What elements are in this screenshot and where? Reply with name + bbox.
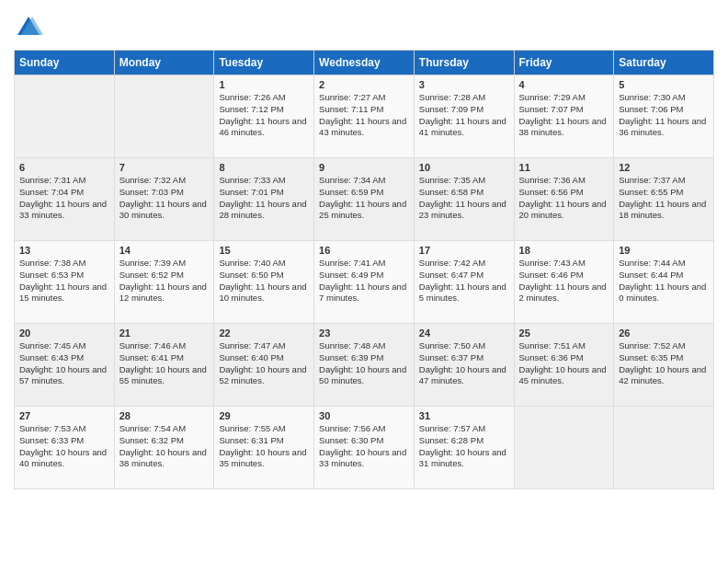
header-day-wednesday: Wednesday bbox=[314, 51, 415, 75]
day-number: 22 bbox=[219, 327, 309, 339]
calendar-cell: 29Sunrise: 7:55 AMSunset: 6:31 PMDayligh… bbox=[214, 407, 314, 489]
cell-info: Sunrise: 7:51 AMSunset: 6:36 PMDaylight:… bbox=[519, 340, 607, 385]
header-day-thursday: Thursday bbox=[414, 51, 514, 75]
calendar-cell: 22Sunrise: 7:47 AMSunset: 6:40 PMDayligh… bbox=[214, 324, 314, 407]
calendar-cell: 13Sunrise: 7:38 AMSunset: 6:53 PMDayligh… bbox=[15, 241, 115, 324]
calendar-cell: 12Sunrise: 7:37 AMSunset: 6:55 PMDayligh… bbox=[614, 158, 714, 241]
calendar-cell: 31Sunrise: 7:57 AMSunset: 6:28 PMDayligh… bbox=[414, 407, 514, 489]
cell-info: Sunrise: 7:52 AMSunset: 6:35 PMDaylight:… bbox=[619, 340, 706, 385]
day-number: 13 bbox=[19, 245, 109, 256]
day-number: 10 bbox=[419, 162, 509, 173]
header-day-monday: Monday bbox=[114, 51, 214, 75]
day-number: 30 bbox=[319, 410, 409, 421]
calendar-cell: 24Sunrise: 7:50 AMSunset: 6:37 PMDayligh… bbox=[414, 324, 514, 407]
day-number: 29 bbox=[219, 410, 309, 421]
cell-info: Sunrise: 7:48 AMSunset: 6:39 PMDaylight:… bbox=[319, 340, 406, 385]
cell-info: Sunrise: 7:45 AMSunset: 6:43 PMDaylight:… bbox=[19, 340, 107, 385]
calendar-cell: 11Sunrise: 7:36 AMSunset: 6:56 PMDayligh… bbox=[514, 158, 614, 241]
day-number: 24 bbox=[419, 327, 509, 339]
calendar-cell: 15Sunrise: 7:40 AMSunset: 6:50 PMDayligh… bbox=[214, 241, 314, 324]
cell-info: Sunrise: 7:47 AMSunset: 6:40 PMDaylight:… bbox=[219, 340, 306, 385]
day-number: 25 bbox=[519, 327, 609, 339]
day-number: 1 bbox=[219, 79, 309, 90]
calendar-cell: 10Sunrise: 7:35 AMSunset: 6:58 PMDayligh… bbox=[414, 158, 514, 241]
week-row-1: 6Sunrise: 7:31 AMSunset: 7:04 PMDaylight… bbox=[15, 158, 714, 241]
calendar-cell: 3Sunrise: 7:28 AMSunset: 7:09 PMDaylight… bbox=[414, 75, 514, 158]
cell-info: Sunrise: 7:54 AMSunset: 6:32 PMDaylight:… bbox=[119, 423, 207, 468]
day-number: 16 bbox=[319, 245, 409, 256]
week-row-4: 27Sunrise: 7:53 AMSunset: 6:33 PMDayligh… bbox=[15, 407, 714, 489]
cell-info: Sunrise: 7:32 AMSunset: 7:03 PMDaylight:… bbox=[119, 175, 207, 220]
calendar-cell: 26Sunrise: 7:52 AMSunset: 6:35 PMDayligh… bbox=[614, 324, 714, 407]
week-row-0: 1Sunrise: 7:26 AMSunset: 7:12 PMDaylight… bbox=[15, 75, 714, 158]
calendar-cell: 5Sunrise: 7:30 AMSunset: 7:06 PMDaylight… bbox=[614, 75, 714, 158]
calendar-cell: 1Sunrise: 7:26 AMSunset: 7:12 PMDaylight… bbox=[214, 75, 314, 158]
header-day-tuesday: Tuesday bbox=[214, 51, 314, 75]
day-number: 2 bbox=[319, 79, 409, 90]
calendar-cell bbox=[114, 75, 214, 158]
calendar-cell: 14Sunrise: 7:39 AMSunset: 6:52 PMDayligh… bbox=[114, 241, 214, 324]
cell-info: Sunrise: 7:26 AMSunset: 7:12 PMDaylight:… bbox=[219, 92, 306, 137]
header bbox=[14, 9, 714, 42]
cell-info: Sunrise: 7:38 AMSunset: 6:53 PMDaylight:… bbox=[19, 258, 107, 303]
cell-info: Sunrise: 7:46 AMSunset: 6:41 PMDaylight:… bbox=[119, 340, 207, 385]
cell-info: Sunrise: 7:41 AMSunset: 6:49 PMDaylight:… bbox=[319, 258, 406, 303]
cell-info: Sunrise: 7:39 AMSunset: 6:52 PMDaylight:… bbox=[119, 258, 207, 303]
calendar-cell: 8Sunrise: 7:33 AMSunset: 7:01 PMDaylight… bbox=[214, 158, 314, 241]
day-number: 18 bbox=[519, 245, 609, 256]
calendar-page: SundayMondayTuesdayWednesdayThursdayFrid… bbox=[0, 0, 728, 563]
cell-info: Sunrise: 7:31 AMSunset: 7:04 PMDaylight:… bbox=[19, 175, 107, 220]
day-number: 15 bbox=[219, 245, 309, 256]
cell-info: Sunrise: 7:29 AMSunset: 7:07 PMDaylight:… bbox=[519, 92, 607, 137]
day-number: 19 bbox=[619, 245, 709, 256]
calendar-cell: 25Sunrise: 7:51 AMSunset: 6:36 PMDayligh… bbox=[514, 324, 614, 407]
calendar-table: SundayMondayTuesdayWednesdayThursdayFrid… bbox=[14, 50, 714, 489]
calendar-cell: 4Sunrise: 7:29 AMSunset: 7:07 PMDaylight… bbox=[514, 75, 614, 158]
week-row-2: 13Sunrise: 7:38 AMSunset: 6:53 PMDayligh… bbox=[15, 241, 714, 324]
day-number: 28 bbox=[119, 410, 210, 421]
day-number: 7 bbox=[119, 162, 210, 173]
day-number: 3 bbox=[419, 79, 509, 90]
calendar-cell bbox=[614, 407, 714, 489]
day-number: 6 bbox=[19, 162, 109, 173]
day-number: 23 bbox=[319, 327, 409, 339]
cell-info: Sunrise: 7:56 AMSunset: 6:30 PMDaylight:… bbox=[319, 423, 406, 468]
calendar-cell: 6Sunrise: 7:31 AMSunset: 7:04 PMDaylight… bbox=[15, 158, 115, 241]
day-number: 31 bbox=[419, 410, 509, 421]
cell-info: Sunrise: 7:55 AMSunset: 6:31 PMDaylight:… bbox=[219, 423, 306, 468]
cell-info: Sunrise: 7:28 AMSunset: 7:09 PMDaylight:… bbox=[419, 92, 506, 137]
calendar-cell bbox=[15, 75, 115, 158]
day-number: 21 bbox=[119, 327, 210, 339]
day-number: 17 bbox=[419, 245, 509, 256]
calendar-cell: 18Sunrise: 7:43 AMSunset: 6:46 PMDayligh… bbox=[514, 241, 614, 324]
logo bbox=[14, 13, 47, 42]
day-number: 4 bbox=[519, 79, 609, 90]
header-day-friday: Friday bbox=[514, 51, 614, 75]
cell-info: Sunrise: 7:33 AMSunset: 7:01 PMDaylight:… bbox=[219, 175, 306, 220]
calendar-cell bbox=[514, 407, 614, 489]
cell-info: Sunrise: 7:37 AMSunset: 6:55 PMDaylight:… bbox=[619, 175, 706, 220]
day-number: 8 bbox=[219, 162, 309, 173]
day-number: 11 bbox=[519, 162, 609, 173]
logo-icon bbox=[14, 13, 43, 42]
header-day-saturday: Saturday bbox=[614, 51, 714, 75]
week-row-3: 20Sunrise: 7:45 AMSunset: 6:43 PMDayligh… bbox=[15, 324, 714, 407]
calendar-cell: 16Sunrise: 7:41 AMSunset: 6:49 PMDayligh… bbox=[314, 241, 415, 324]
cell-info: Sunrise: 7:27 AMSunset: 7:11 PMDaylight:… bbox=[319, 92, 406, 137]
calendar-header: SundayMondayTuesdayWednesdayThursdayFrid… bbox=[15, 51, 714, 75]
calendar-body: 1Sunrise: 7:26 AMSunset: 7:12 PMDaylight… bbox=[15, 75, 714, 489]
calendar-cell: 2Sunrise: 7:27 AMSunset: 7:11 PMDaylight… bbox=[314, 75, 415, 158]
calendar-cell: 7Sunrise: 7:32 AMSunset: 7:03 PMDaylight… bbox=[114, 158, 214, 241]
cell-info: Sunrise: 7:43 AMSunset: 6:46 PMDaylight:… bbox=[519, 258, 607, 303]
calendar-cell: 27Sunrise: 7:53 AMSunset: 6:33 PMDayligh… bbox=[15, 407, 115, 489]
cell-info: Sunrise: 7:30 AMSunset: 7:06 PMDaylight:… bbox=[619, 92, 706, 137]
day-number: 20 bbox=[19, 327, 109, 339]
calendar-cell: 19Sunrise: 7:44 AMSunset: 6:44 PMDayligh… bbox=[614, 241, 714, 324]
header-row: SundayMondayTuesdayWednesdayThursdayFrid… bbox=[15, 51, 714, 75]
day-number: 26 bbox=[619, 327, 709, 339]
day-number: 27 bbox=[19, 410, 109, 421]
cell-info: Sunrise: 7:57 AMSunset: 6:28 PMDaylight:… bbox=[419, 423, 506, 468]
calendar-cell: 28Sunrise: 7:54 AMSunset: 6:32 PMDayligh… bbox=[114, 407, 214, 489]
calendar-cell: 20Sunrise: 7:45 AMSunset: 6:43 PMDayligh… bbox=[15, 324, 115, 407]
cell-info: Sunrise: 7:50 AMSunset: 6:37 PMDaylight:… bbox=[419, 340, 506, 385]
